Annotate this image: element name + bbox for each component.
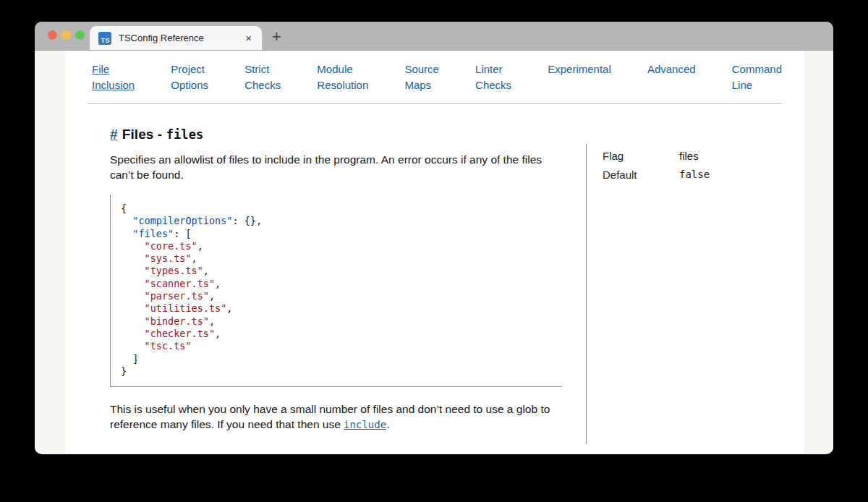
- outro-text-after: .: [386, 418, 389, 430]
- zoom-window-button[interactable]: [75, 30, 85, 40]
- page: File Inclusion Project Options Strict Ch…: [35, 51, 833, 454]
- code-line: "files": [: [121, 228, 562, 240]
- nav-item-label: Command: [732, 61, 782, 77]
- new-tab-button[interactable]: +: [272, 29, 281, 45]
- meta-row-flag: Flag files: [603, 150, 804, 162]
- content-sheet: File Inclusion Project Options Strict Ch…: [65, 51, 804, 454]
- heading-anchor-link[interactable]: #: [110, 127, 118, 142]
- nav-item-strict-checks[interactable]: Strict Checks: [244, 61, 281, 93]
- include-link[interactable]: include: [344, 419, 386, 430]
- code-line: "sys.ts",: [121, 252, 562, 265]
- nav-item-label: Line: [732, 77, 782, 93]
- json-code-block: { "compilerOptions": {}, "files": [ "cor…: [110, 195, 562, 387]
- nav-item-label: Experimental: [548, 61, 611, 77]
- nav-item-label: Options: [171, 77, 208, 93]
- nav-item-file-inclusion[interactable]: File Inclusion: [92, 61, 135, 93]
- meta-row-default: Default false: [603, 169, 804, 181]
- article: #Files - files Specifies an allowlist of…: [110, 104, 562, 444]
- nav-item-experimental[interactable]: Experimental: [548, 61, 611, 93]
- code-line: "scanner.ts",: [121, 278, 562, 290]
- code-line: "types.ts",: [121, 265, 562, 277]
- nav-item-label: Source: [404, 61, 439, 77]
- code-line: }: [121, 365, 562, 378]
- browser-tab-bar: TS TSConfig Reference × +: [35, 22, 833, 51]
- window-controls: [48, 30, 85, 40]
- meta-label: Flag: [603, 150, 679, 162]
- code-line: "utilities.ts",: [121, 302, 562, 315]
- tab-title: TSConfig Reference: [119, 33, 244, 43]
- nav-item-label: Strict: [244, 61, 281, 77]
- nav-item-label: Module: [317, 61, 368, 77]
- heading-title: Files -: [122, 127, 166, 142]
- nav-item-label: File: [92, 61, 135, 77]
- outro-paragraph: This is useful when you only have a smal…: [110, 401, 562, 433]
- nav-item-label: Checks: [475, 77, 511, 93]
- nav-item-linter-checks[interactable]: Linter Checks: [475, 61, 511, 93]
- main-content: #Files - files Specifies an allowlist of…: [65, 104, 804, 444]
- code-line: "parser.ts",: [121, 290, 562, 302]
- intro-paragraph: Specifies an allowlist of files to inclu…: [110, 152, 562, 182]
- section-heading: #Files - files: [110, 127, 562, 142]
- code-line: ]: [121, 353, 562, 365]
- nav-item-label: Linter: [475, 61, 511, 77]
- nav-item-advanced[interactable]: Advanced: [647, 61, 696, 93]
- nav-item-label: Advanced: [647, 61, 696, 77]
- code-line: "tsc.ts": [121, 340, 562, 352]
- nav-item-label: Resolution: [317, 77, 368, 93]
- meta-value: false: [679, 169, 710, 181]
- nav-item-project-options[interactable]: Project Options: [171, 61, 208, 93]
- code-line: "checker.ts",: [121, 328, 562, 340]
- close-window-button[interactable]: [48, 30, 57, 40]
- nav-item-label: Maps: [404, 77, 439, 93]
- top-nav: File Inclusion Project Options Strict Ch…: [65, 51, 804, 93]
- browser-window: TS TSConfig Reference × + File Inclusion…: [35, 22, 833, 454]
- heading-code: files: [166, 127, 204, 142]
- meta-value: files: [679, 150, 699, 162]
- nav-item-source-maps[interactable]: Source Maps: [404, 61, 439, 93]
- nav-item-label: Project: [171, 61, 208, 77]
- tab-close-icon[interactable]: ×: [244, 32, 253, 44]
- nav-item-module-resolution[interactable]: Module Resolution: [317, 61, 368, 93]
- code-line: {: [121, 203, 562, 215]
- code-line: "binder.ts",: [121, 315, 562, 328]
- meta-label: Default: [603, 169, 679, 181]
- outro-text-before: This is useful when you only have a smal…: [110, 403, 550, 430]
- code-line: "core.ts",: [121, 240, 562, 252]
- option-meta-sidebar: Flag files Default false: [586, 144, 804, 444]
- tab-tsconfig-reference[interactable]: TS TSConfig Reference ×: [90, 26, 262, 50]
- code-line: "compilerOptions": {},: [121, 215, 562, 227]
- ts-favicon-icon: TS: [98, 32, 111, 45]
- nav-item-label: Inclusion: [92, 77, 135, 93]
- nav-item-command-line[interactable]: Command Line: [732, 61, 782, 93]
- minimize-window-button[interactable]: [61, 30, 71, 40]
- nav-item-label: Checks: [244, 77, 281, 93]
